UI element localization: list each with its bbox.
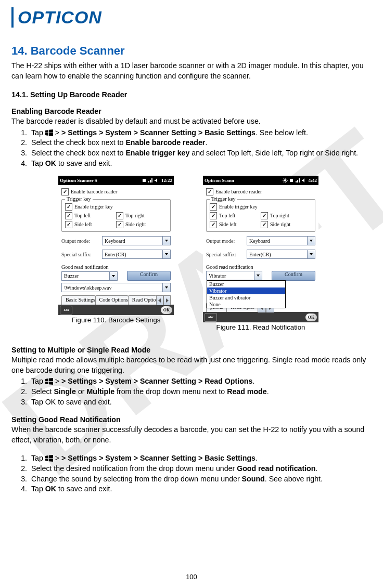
- clock: 4:42: [309, 178, 317, 183]
- figure-111-caption: Figure 111. Read Notification: [203, 323, 318, 331]
- checkbox-top-left[interactable]: [210, 212, 217, 219]
- clock: 12:22: [161, 178, 172, 183]
- checkbox-enable-trigger[interactable]: [210, 203, 217, 211]
- figure-110-caption: Figure 110. Barcode Settings: [58, 316, 174, 324]
- confirm-button[interactable]: Confirm: [127, 271, 171, 281]
- topic-heading-enable: Enabling Barcode Reader: [11, 107, 375, 115]
- tab-scroll-left[interactable]: [156, 295, 163, 305]
- page-number: 100: [0, 573, 383, 581]
- svg-rect-1: [143, 179, 146, 182]
- figure-110-screenshot: Opticon Scanner S 12:22 Enable barcode r…: [58, 176, 174, 315]
- sip-toggle[interactable]: abc: [205, 313, 217, 322]
- checkbox-enable-trigger[interactable]: [65, 203, 72, 211]
- sound-path-dropdown[interactable]: \Windows\okbeep.wav: [61, 283, 171, 292]
- checkbox-top-left[interactable]: [65, 212, 72, 219]
- step-3: Change the sound by selecting from the d…: [29, 474, 375, 485]
- checkbox-side-left[interactable]: [210, 221, 217, 228]
- signal-icon: [295, 178, 300, 183]
- step-2: Select Single or Multiple from the drop …: [29, 387, 375, 397]
- topic-heading-goodread: Setting Good Read Notification: [11, 415, 375, 424]
- step-1: Tap > > Settings > System > Scanner Sett…: [29, 376, 375, 387]
- confirm-button[interactable]: Confirm: [272, 271, 315, 281]
- window-titlebar: Opticon Scanner S 12:22: [58, 176, 174, 185]
- checkbox-enable-reader[interactable]: [61, 188, 69, 195]
- special-suffix-dropdown[interactable]: Enter(CR): [247, 250, 315, 259]
- section-heading: 14. Barcode Scanner: [11, 44, 375, 58]
- step-1: Tap > > Settings > System > Scanner Sett…: [29, 453, 375, 464]
- tab-code-options[interactable]: Code Options: [95, 295, 129, 305]
- output-mode-dropdown[interactable]: Keyboard: [102, 236, 171, 245]
- figure-111-screenshot: Opticon Scann 4:42 Enable barcode reader…: [203, 176, 318, 322]
- step-4: Tap OK to save and exit.: [29, 484, 375, 494]
- windows-icon: [45, 129, 53, 136]
- checkbox-side-right[interactable]: [116, 221, 123, 228]
- speaker-icon: [301, 178, 307, 183]
- svg-point-2: [284, 179, 286, 181]
- tab-scroll-right[interactable]: [163, 295, 171, 305]
- trigger-key-group: Trigger key Enable trigger key Top left …: [206, 199, 315, 232]
- checkbox-side-left[interactable]: [65, 221, 72, 228]
- checkbox-top-right[interactable]: [261, 212, 268, 219]
- svg-rect-11: [290, 179, 293, 182]
- checkbox-enable-reader[interactable]: [206, 188, 213, 195]
- trigger-key-group: Trigger key Enable trigger key Top left …: [61, 199, 171, 232]
- brightness-icon: [283, 178, 288, 183]
- svg-line-10: [283, 181, 284, 182]
- output-mode-dropdown[interactable]: Keyboard: [247, 236, 315, 245]
- section-intro: The H-22 ships with either with a 1D las…: [11, 61, 375, 81]
- windows-icon: [45, 378, 53, 385]
- subsection-heading: 14.1. Setting Up Barcode Reader: [11, 90, 375, 99]
- step-1: Tap > > Settings > System > Scanner Sett…: [29, 128, 375, 138]
- special-suffix-dropdown[interactable]: Enter(CR): [102, 250, 171, 259]
- step-2: Select the desired notification from the…: [29, 464, 375, 474]
- window-titlebar: Opticon Scann 4:42: [203, 176, 318, 185]
- step-4: Tap OK to save and exit.: [29, 159, 375, 169]
- steps-enable: Tap > > Settings > System > Scanner Sett…: [11, 128, 375, 168]
- topic-lead-goodread: When the barcode scanner successfully de…: [11, 425, 375, 445]
- ok-button[interactable]: OK: [305, 313, 317, 321]
- signal-icon: [148, 178, 153, 183]
- ok-button[interactable]: OK: [161, 306, 172, 314]
- steps-readmode: Tap > > Settings > System > Scanner Sett…: [11, 376, 375, 407]
- tab-basic-settings[interactable]: Basic Settings: [61, 295, 96, 305]
- step-3: Tap OK to save and exit.: [29, 397, 375, 408]
- windows-icon: [45, 455, 53, 462]
- good-read-options[interactable]: Buzzer Vibrator Buzzer and vibrator None: [207, 280, 286, 308]
- topic-lead-enable: The barcode reader is disabled by defaul…: [11, 116, 375, 127]
- sip-toggle[interactable]: 123: [60, 306, 72, 315]
- checkbox-side-right[interactable]: [261, 221, 268, 228]
- good-read-dropdown[interactable]: Vibrator Buzzer Vibrator Buzzer and vibr…: [206, 271, 262, 280]
- status-icon: [289, 178, 294, 183]
- speaker-icon: [154, 178, 159, 183]
- status-icon: [142, 178, 147, 183]
- svg-line-8: [286, 181, 287, 182]
- steps-goodread: Tap > > Settings > System > Scanner Sett…: [11, 453, 375, 494]
- step-2: Select the check box next to Enable barc…: [29, 138, 375, 148]
- step-3: Select the check box next to Enable trig…: [29, 148, 375, 159]
- svg-line-7: [283, 179, 284, 180]
- brand-logo: OPTICON: [11, 7, 375, 28]
- checkbox-top-right[interactable]: [116, 212, 123, 219]
- topic-lead-readmode: Multiple read mode allows multiple barco…: [11, 355, 375, 375]
- good-read-dropdown[interactable]: Buzzer: [61, 271, 118, 281]
- topic-heading-readmode: Setting to Multiple or Single Read Mode: [11, 346, 375, 354]
- svg-line-9: [286, 179, 287, 180]
- tab-read-options[interactable]: Read Optio: [128, 295, 157, 305]
